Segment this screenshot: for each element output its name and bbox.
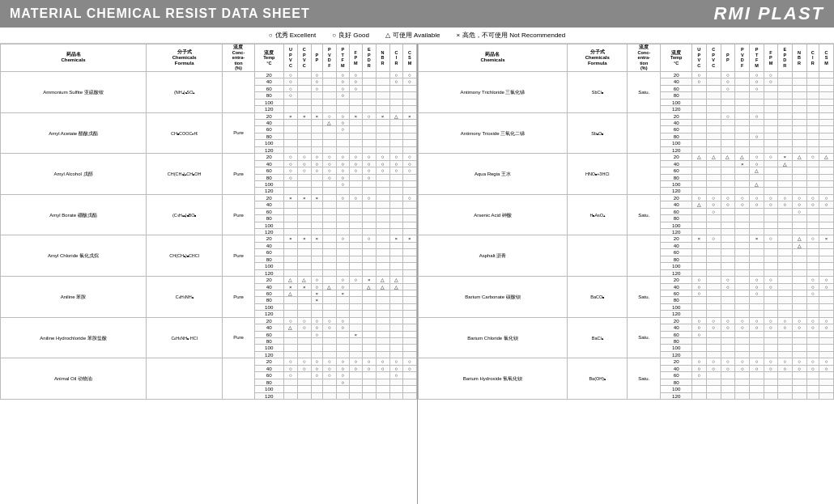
data-cell — [322, 235, 336, 242]
data-cell — [792, 331, 806, 337]
col-chem-name: 药品名Chemicals — [1, 44, 147, 72]
data-cell — [735, 256, 750, 262]
data-cell: ○ — [336, 126, 349, 133]
data-cell — [721, 269, 735, 276]
data-cell: ○ — [403, 365, 416, 371]
data-cell — [750, 372, 764, 379]
data-cell — [777, 146, 792, 153]
temp-cell: 60 — [661, 290, 691, 296]
conc-cell: Pure — [223, 277, 254, 318]
data-cell — [297, 120, 311, 126]
data-cell — [691, 180, 706, 187]
formula-cell — [147, 358, 223, 400]
data-cell: ○ — [750, 324, 764, 331]
data-cell — [362, 222, 376, 228]
data-cell — [349, 311, 362, 317]
data-cell: ○ — [336, 372, 349, 379]
data-cell — [777, 71, 792, 78]
data-cell — [806, 297, 819, 303]
data-cell — [403, 324, 416, 331]
data-cell — [349, 263, 362, 269]
data-cell — [806, 379, 819, 385]
data-cell: △ — [283, 290, 297, 296]
data-cell — [376, 174, 389, 180]
temp-cell: 60 — [254, 208, 283, 214]
data-cell — [792, 85, 806, 91]
data-cell — [777, 180, 792, 187]
data-cell — [297, 256, 311, 262]
data-cell — [283, 379, 297, 385]
data-cell — [389, 215, 403, 222]
data-cell — [362, 303, 376, 310]
data-cell — [777, 120, 792, 126]
data-cell: ○ — [336, 154, 349, 160]
data-cell — [403, 174, 416, 180]
data-cell: ○ — [311, 277, 322, 283]
chem-name-cell: Aqua Regia 王水 — [418, 154, 568, 195]
data-cell: ○ — [750, 71, 764, 78]
data-cell — [750, 146, 764, 153]
data-cell — [764, 92, 777, 99]
data-cell: ○ — [362, 365, 376, 371]
data-cell: ○ — [311, 317, 322, 324]
data-cell — [349, 120, 362, 126]
data-cell — [735, 351, 750, 358]
data-cell — [362, 338, 376, 345]
data-cell: ○ — [322, 317, 336, 324]
data-cell — [389, 303, 403, 310]
data-cell: ○ — [283, 167, 297, 174]
data-cell — [764, 263, 777, 269]
temp-cell: 40 — [661, 242, 691, 248]
formula-cell: Ba(OH)₂ — [568, 358, 628, 400]
data-cell — [349, 324, 362, 331]
data-cell — [336, 208, 349, 214]
data-cell — [362, 92, 376, 99]
data-cell: ○ — [336, 379, 349, 385]
temp-cell: 80 — [254, 133, 283, 139]
main-content: 药品名Chemicals 分子式ChemicalsFormula 流度Conc-… — [0, 44, 834, 504]
temp-cell: 120 — [661, 188, 691, 194]
data-cell — [362, 311, 376, 317]
temp-cell: 100 — [661, 140, 691, 146]
temp-cell: 80 — [254, 338, 283, 345]
data-cell — [721, 140, 735, 146]
data-cell — [283, 297, 297, 303]
data-cell: ○ — [750, 85, 764, 91]
temp-cell: 120 — [254, 392, 283, 399]
temp-cell: 20 — [254, 71, 283, 78]
data-cell: ○ — [336, 235, 349, 242]
data-cell — [735, 386, 750, 392]
data-cell — [691, 263, 706, 269]
data-cell — [764, 386, 777, 392]
data-cell: ○ — [283, 85, 297, 91]
temp-cell: 40 — [254, 242, 283, 248]
data-cell — [806, 174, 819, 180]
data-cell — [283, 345, 297, 351]
data-cell — [376, 372, 389, 379]
data-cell — [792, 71, 806, 78]
right-table-container: 药品名Chemicals 分子式ChemicalsFormula 流度Conc-… — [418, 44, 835, 504]
data-cell — [297, 188, 311, 194]
temp-cell: 100 — [254, 222, 283, 228]
data-cell: × — [376, 112, 389, 119]
data-cell: ○ — [322, 154, 336, 160]
conc-cell: Satu. — [628, 71, 661, 112]
data-cell — [322, 133, 336, 139]
data-cell: ○ — [792, 317, 806, 324]
col-conc: 流度Conc-entra-tion(%) — [223, 44, 254, 72]
brand-logo: RMI PLAST — [713, 3, 824, 24]
temp-cell: 100 — [254, 140, 283, 146]
data-cell: ○ — [403, 358, 416, 365]
data-cell: ○ — [322, 358, 336, 365]
data-cell — [376, 345, 389, 351]
data-cell — [322, 126, 336, 133]
data-cell — [403, 303, 416, 310]
data-cell: ○ — [349, 194, 362, 201]
data-cell — [297, 242, 311, 248]
data-cell — [349, 290, 362, 296]
data-cell: ○ — [349, 160, 362, 167]
data-cell — [806, 85, 819, 91]
data-cell — [297, 133, 311, 139]
data-cell — [750, 188, 764, 194]
data-cell: ○ — [297, 317, 311, 324]
